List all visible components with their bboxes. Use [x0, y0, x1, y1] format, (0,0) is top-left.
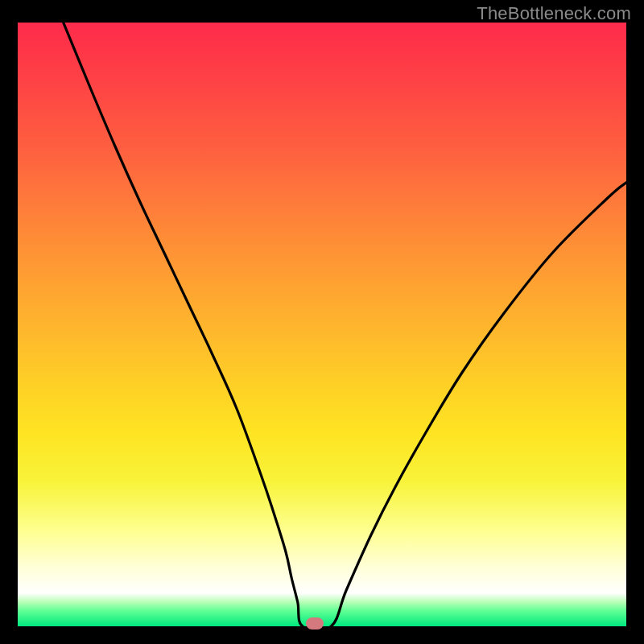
- curve-path: [64, 23, 626, 626]
- chart-frame: TheBottleneck.com: [0, 0, 644, 644]
- curve-svg: [18, 23, 626, 626]
- optimum-marker: [306, 617, 324, 630]
- plot-area: [18, 23, 626, 626]
- watermark-text: TheBottleneck.com: [477, 3, 631, 24]
